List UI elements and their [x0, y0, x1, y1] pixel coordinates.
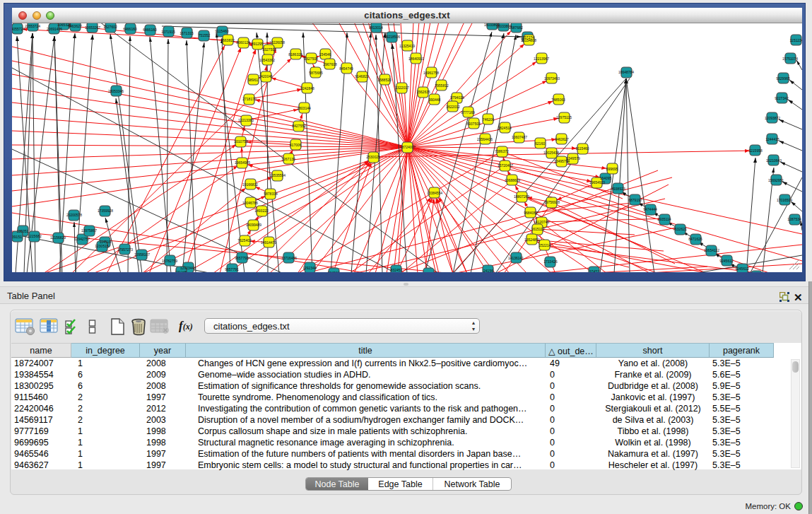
svg-text:131245: 131245: [175, 270, 187, 272]
svg-text:7386372: 7386372: [495, 149, 509, 153]
svg-text:1562635: 1562635: [416, 90, 430, 94]
svg-text:1622012: 1622012: [446, 105, 460, 109]
svg-text:1493222: 1493222: [254, 209, 269, 213]
svg-text:10210643: 10210643: [766, 158, 782, 163]
svg-text:9657791: 9657791: [235, 256, 249, 260]
svg-text:891295: 891295: [252, 42, 264, 46]
svg-text:9463627: 9463627: [555, 137, 569, 141]
svg-text:2967608: 2967608: [323, 62, 337, 66]
svg-text:252214: 252214: [539, 243, 551, 247]
svg-text:1244415: 1244415: [765, 137, 779, 141]
svg-text:20691406: 20691406: [47, 27, 62, 31]
svg-text:9794028: 9794028: [450, 95, 464, 100]
svg-text:97452: 97452: [589, 269, 599, 272]
svg-text:10543362: 10543362: [259, 58, 275, 62]
svg-text:16648784: 16648784: [618, 70, 634, 74]
svg-text:93245: 93245: [423, 271, 433, 272]
svg-text:10973493: 10973493: [544, 76, 560, 81]
svg-text:6879197: 6879197: [628, 198, 642, 202]
svg-text:13716485: 13716485: [281, 256, 297, 260]
svg-text:17359928: 17359928: [98, 209, 113, 213]
svg-text:39151: 39151: [12, 235, 22, 239]
svg-text:12156829: 12156829: [50, 235, 66, 240]
svg-text:2530025: 2530025: [366, 155, 380, 159]
svg-text:8660124: 8660124: [236, 40, 250, 45]
svg-text:9777169: 9777169: [461, 110, 475, 115]
svg-text:10046786: 10046786: [242, 201, 258, 205]
svg-text:10607487: 10607487: [512, 135, 527, 139]
svg-text:832451: 832451: [391, 268, 403, 272]
svg-text:12975115: 12975115: [556, 115, 572, 119]
svg-text:13226058: 13226058: [269, 40, 285, 45]
svg-text:1322017: 1322017: [395, 86, 409, 90]
svg-text:1615112: 1615112: [531, 227, 544, 231]
svg-text:9245612: 9245612: [735, 267, 749, 271]
svg-text:990448: 990448: [429, 98, 441, 102]
svg-text:12942757: 12942757: [74, 237, 90, 241]
svg-text:5875685: 5875685: [309, 71, 323, 75]
svg-text:9329965: 9329965: [776, 76, 790, 81]
svg-text:9242848: 9242848: [300, 86, 314, 90]
svg-text:8471626: 8471626: [688, 237, 702, 241]
svg-text:18640910: 18640910: [408, 57, 424, 61]
svg-text:7485063: 7485063: [551, 98, 565, 102]
svg-text:12093872: 12093872: [765, 116, 780, 120]
svg-text:8813014: 8813014: [369, 25, 383, 30]
svg-text:1151234: 1151234: [789, 38, 802, 42]
svg-text:10025438: 10025438: [543, 151, 559, 155]
svg-text:9327508: 9327508: [304, 57, 318, 61]
svg-text:16782759: 16782759: [162, 259, 177, 263]
svg-text:1010753: 1010753: [234, 139, 248, 144]
svg-text:5878334: 5878334: [264, 192, 278, 196]
svg-text:20553724: 20553724: [25, 24, 40, 28]
svg-text:17016504: 17016504: [777, 198, 792, 202]
svg-text:28053346: 28053346: [108, 89, 124, 93]
svg-text:18807269: 18807269: [514, 194, 529, 199]
svg-text:9115460: 9115460: [215, 29, 228, 33]
svg-text:6466160: 6466160: [143, 28, 157, 32]
svg-text:12213383: 12213383: [238, 118, 254, 122]
svg-text:19218506: 19218506: [384, 35, 400, 39]
svg-text:19166832: 19166832: [242, 182, 258, 187]
svg-text:23564436: 23564436: [477, 137, 493, 141]
svg-text:1588520: 1588520: [377, 78, 392, 82]
svg-text:1215682: 1215682: [28, 234, 42, 238]
svg-text:1287534: 1287534: [787, 217, 801, 221]
svg-text:6937503: 6937503: [466, 122, 481, 126]
svg-text:8938923: 8938923: [611, 187, 625, 191]
svg-text:7625402: 7625402: [237, 238, 252, 243]
svg-text:14120746: 14120746: [534, 220, 549, 224]
svg-text:9657791: 9657791: [225, 267, 239, 271]
svg-text:1349579: 1349579: [566, 156, 580, 160]
svg-text:15751074: 15751074: [782, 57, 798, 61]
svg-text:3824514: 3824514: [498, 126, 512, 130]
svg-text:20200578: 20200578: [66, 213, 82, 217]
svg-text:16961758: 16961758: [423, 71, 439, 75]
svg-text:10958107: 10958107: [134, 252, 150, 257]
svg-text:12213967: 12213967: [534, 57, 549, 61]
svg-text:62160: 62160: [535, 141, 545, 146]
svg-text:9115460: 9115460: [575, 146, 589, 151]
svg-text:417006: 417006: [290, 143, 302, 147]
svg-text:8427552: 8427552: [292, 124, 306, 128]
svg-text:2803144: 2803144: [297, 106, 311, 110]
svg-text:1671315: 1671315: [180, 31, 194, 35]
svg-text:98961: 98961: [248, 78, 258, 82]
svg-text:14914479: 14914479: [261, 240, 276, 245]
svg-text:8186328: 8186328: [288, 52, 302, 57]
svg-text:18724007: 18724007: [400, 145, 416, 149]
svg-text:9474444: 9474444: [643, 207, 657, 211]
svg-text:10654112: 10654112: [704, 248, 719, 252]
svg-text:2935114: 2935114: [657, 217, 671, 221]
svg-text:15720407: 15720407: [498, 163, 513, 168]
svg-text:9245612: 9245612: [719, 259, 734, 263]
svg-text:746206: 746206: [483, 117, 495, 122]
svg-text:19654923: 19654923: [589, 180, 605, 185]
svg-text:14136141: 14136141: [508, 256, 524, 260]
svg-text:7663822: 7663822: [220, 38, 235, 42]
svg-text:9684067: 9684067: [524, 211, 538, 215]
svg-text:15692951: 15692951: [768, 178, 784, 182]
svg-text:3267130: 3267130: [281, 157, 295, 161]
svg-text:13384554: 13384554: [427, 191, 442, 195]
svg-text:154546: 154546: [319, 52, 331, 57]
